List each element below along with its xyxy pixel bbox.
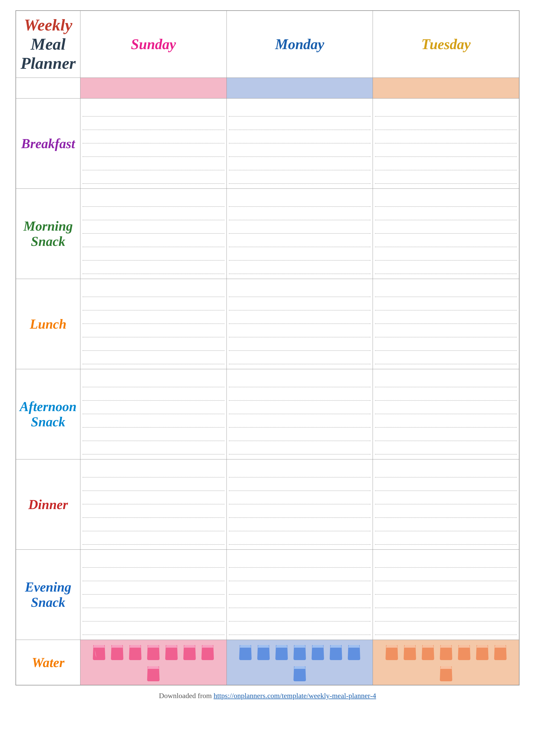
afternoon-snack-row: Afternoon Snack bbox=[16, 369, 519, 460]
cup-icon bbox=[146, 664, 161, 682]
afternoon-snack-tuesday[interactable] bbox=[373, 369, 519, 460]
sunday-header: Sunday bbox=[80, 11, 227, 78]
breakfast-tuesday[interactable] bbox=[373, 98, 519, 189]
morning-snack-sunday[interactable] bbox=[80, 189, 227, 279]
water-row: Water bbox=[16, 640, 519, 686]
evening-snack-label-cell: Evening Snack bbox=[16, 550, 80, 640]
lunch-tuesday[interactable] bbox=[373, 279, 519, 369]
footer-text: Downloaded from bbox=[159, 692, 214, 700]
lunch-label-cell: Lunch bbox=[16, 279, 80, 369]
dinner-tuesday[interactable] bbox=[373, 460, 519, 550]
sunday-cups bbox=[83, 642, 224, 682]
lunch-row: Lunch bbox=[16, 279, 519, 369]
sunday-color-cell bbox=[80, 78, 227, 98]
evening-snack-row: Evening Snack bbox=[16, 550, 519, 640]
cup-icon bbox=[493, 642, 508, 661]
morning-snack-tuesday[interactable] bbox=[373, 189, 519, 279]
dinner-label-cell: Dinner bbox=[16, 460, 80, 550]
cup-icon bbox=[420, 642, 436, 661]
evening-snack-sunday[interactable] bbox=[80, 550, 227, 640]
color-row bbox=[16, 78, 519, 98]
breakfast-label-cell: Breakfast bbox=[16, 98, 80, 189]
cup-icon bbox=[164, 642, 179, 661]
evening-snack-monday[interactable] bbox=[227, 550, 373, 640]
tuesday-color-cell bbox=[373, 78, 519, 98]
morning-snack-label: Morning bbox=[23, 218, 73, 234]
monday-cups bbox=[229, 642, 370, 682]
afternoon-snack-sunday[interactable] bbox=[80, 369, 227, 460]
cup-icon bbox=[182, 642, 197, 661]
breakfast-monday[interactable] bbox=[227, 98, 373, 189]
lunch-monday[interactable] bbox=[227, 279, 373, 369]
cup-icon bbox=[91, 642, 107, 661]
lunch-sunday[interactable] bbox=[80, 279, 227, 369]
cup-icon bbox=[310, 642, 325, 661]
water-label: Water bbox=[32, 655, 64, 670]
morning-snack-monday[interactable] bbox=[227, 189, 373, 279]
footer-link[interactable]: https://onplanners.com/template/weekly-m… bbox=[213, 692, 376, 700]
dinner-label: Dinner bbox=[28, 497, 68, 512]
afternoon-snack-label-cell: Afternoon Snack bbox=[16, 369, 80, 460]
title-weekly: Weekly bbox=[19, 15, 77, 35]
lunch-label: Lunch bbox=[30, 317, 67, 331]
cup-icon bbox=[238, 642, 253, 661]
breakfast-sunday[interactable] bbox=[80, 98, 227, 189]
evening-snack-tuesday[interactable] bbox=[373, 550, 519, 640]
color-label-empty bbox=[16, 78, 80, 98]
cup-icon bbox=[292, 642, 307, 661]
cup-icon bbox=[200, 642, 215, 661]
cup-icon bbox=[328, 642, 344, 661]
afternoon-snack-label: Afternoon bbox=[20, 399, 76, 414]
title-cell: Weekly Meal Planner bbox=[16, 11, 80, 78]
cup-icon bbox=[256, 642, 271, 661]
dinner-row: Dinner bbox=[16, 460, 519, 550]
evening-snack-label: Evening bbox=[25, 579, 71, 595]
cup-icon bbox=[292, 664, 307, 682]
water-tuesday[interactable] bbox=[373, 640, 519, 686]
planner-table: Weekly Meal Planner Sunday Monday Tuesda… bbox=[15, 10, 520, 686]
cup-icon bbox=[274, 642, 289, 661]
footer: Downloaded from https://onplanners.com/t… bbox=[15, 692, 520, 700]
cup-icon bbox=[438, 664, 454, 682]
header-row: Weekly Meal Planner Sunday Monday Tuesda… bbox=[16, 11, 519, 78]
dinner-monday[interactable] bbox=[227, 460, 373, 550]
water-monday[interactable] bbox=[227, 640, 373, 686]
breakfast-row: Breakfast bbox=[16, 98, 519, 189]
afternoon-snack-monday[interactable] bbox=[227, 369, 373, 460]
cup-icon bbox=[109, 642, 125, 661]
title-meal: Meal Planner bbox=[19, 35, 77, 73]
cup-icon bbox=[456, 642, 472, 661]
dinner-sunday[interactable] bbox=[80, 460, 227, 550]
cup-icon bbox=[146, 642, 161, 661]
cup-icon bbox=[127, 642, 143, 661]
morning-snack-row: Morning Snack bbox=[16, 189, 519, 279]
cup-icon bbox=[438, 642, 454, 661]
tuesday-cups bbox=[376, 642, 516, 682]
breakfast-label: Breakfast bbox=[21, 136, 75, 151]
water-sunday[interactable] bbox=[80, 640, 227, 686]
cup-icon bbox=[346, 642, 362, 661]
planner-container: Weekly Meal Planner Sunday Monday Tuesda… bbox=[15, 10, 520, 700]
monday-header: Monday bbox=[227, 11, 373, 78]
monday-color-cell bbox=[227, 78, 373, 98]
morning-snack-label-cell: Morning Snack bbox=[16, 189, 80, 279]
water-label-cell: Water bbox=[16, 640, 80, 686]
cup-icon bbox=[384, 642, 400, 661]
tuesday-header: Tuesday bbox=[373, 11, 519, 78]
cup-icon bbox=[474, 642, 490, 661]
cup-icon bbox=[402, 642, 418, 661]
